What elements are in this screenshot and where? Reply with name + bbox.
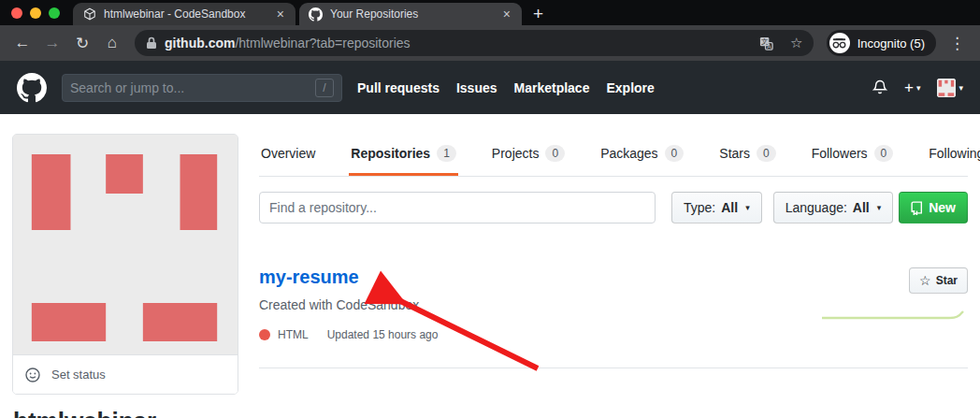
type-filter-label: Type: xyxy=(684,200,715,215)
notifications-bell-icon[interactable] xyxy=(872,79,887,95)
star-button[interactable]: ☆ Star xyxy=(909,267,968,294)
repository-link[interactable]: my-resume xyxy=(259,267,359,288)
github-logo-icon[interactable] xyxy=(17,73,47,103)
tab-label: Followers xyxy=(812,146,868,161)
language-dot-icon xyxy=(259,329,270,340)
set-status-button[interactable]: Set status xyxy=(13,354,238,394)
repository-activity-sparkline xyxy=(822,308,968,321)
url-text[interactable]: github.com/htmlwebinar?tab=repositories xyxy=(165,36,748,50)
forward-icon[interactable]: → xyxy=(39,30,65,56)
github-search-box[interactable]: / xyxy=(62,74,342,102)
caret-down-icon: ▾ xyxy=(958,83,963,93)
bookmark-star-icon[interactable]: ☆ xyxy=(785,32,808,54)
count-badge: 0 xyxy=(665,145,685,162)
tab-your-repositories[interactable]: Your Repositories × xyxy=(299,3,522,25)
tab-label: Packages xyxy=(600,146,657,161)
tab-label: Stars xyxy=(719,146,750,161)
profile-username: htmlwebinar xyxy=(13,407,238,418)
count-badge: 0 xyxy=(874,145,894,162)
tab-title: htmlwebinar - CodeSandbox xyxy=(104,7,267,21)
avatar-card: Set status xyxy=(12,134,238,395)
new-tab-button[interactable]: + xyxy=(522,3,555,25)
tab-followers[interactable]: Followers 0 xyxy=(810,135,896,176)
window-controls xyxy=(0,0,73,25)
github-header-right: +▾ ▾ xyxy=(872,79,963,97)
count-badge: 0 xyxy=(545,145,565,162)
browser-toolbar: ← → ↻ ⌂ github.com/htmlwebinar?tab=repos… xyxy=(0,25,980,61)
github-nav: Pull requests Issues Marketplace Explore xyxy=(357,80,655,95)
tab-close-icon[interactable]: × xyxy=(501,7,512,21)
star-label: Star xyxy=(936,274,958,287)
incognito-label: Incognito (5) xyxy=(858,36,925,50)
search-shortcut-badge: / xyxy=(315,79,334,97)
repository-list-item: my-resume Created with CodeSandbox HTML … xyxy=(259,267,968,368)
tab-projects[interactable]: Projects 0 xyxy=(490,135,567,176)
profile-avatar-identicon[interactable] xyxy=(13,135,238,354)
caret-down-icon: ▾ xyxy=(745,203,750,212)
new-repository-button[interactable]: New xyxy=(899,192,968,223)
count-badge: 0 xyxy=(757,145,776,162)
set-status-label: Set status xyxy=(51,368,106,382)
translate-icon[interactable]: 文A xyxy=(756,32,778,54)
nav-issues[interactable]: Issues xyxy=(456,80,497,95)
tab-codesandbox[interactable]: htmlwebinar - CodeSandbox × xyxy=(73,3,295,25)
window-minimize-button[interactable] xyxy=(30,7,41,19)
nav-explore[interactable]: Explore xyxy=(606,80,654,95)
lock-icon xyxy=(146,36,157,50)
address-bar[interactable]: github.com/htmlwebinar?tab=repositories … xyxy=(135,30,814,56)
reload-icon[interactable]: ↻ xyxy=(69,30,95,56)
window-zoom-button[interactable] xyxy=(49,7,60,19)
repository-updated: Updated 15 hours ago xyxy=(327,328,439,341)
tab-overview[interactable]: Overview xyxy=(259,135,317,176)
count-badge: 1 xyxy=(437,145,456,162)
browser-menu-icon[interactable]: ⋮ xyxy=(944,34,971,53)
back-icon[interactable]: ← xyxy=(9,30,36,56)
tab-label: Repositories xyxy=(351,146,430,161)
tab-label: Following xyxy=(929,146,980,161)
home-icon[interactable]: ⌂ xyxy=(99,30,125,56)
caret-down-icon: ▾ xyxy=(877,203,882,212)
type-filter-value: All xyxy=(721,200,738,215)
repository-language: HTML xyxy=(278,328,309,341)
repository-filter-row: Type: All ▾ Language: All ▾ New xyxy=(259,192,968,223)
find-repository-input[interactable] xyxy=(259,192,656,223)
incognito-badge: Incognito (5) xyxy=(827,30,936,56)
language-filter-label: Language: xyxy=(785,200,847,215)
language-filter-value: All xyxy=(853,200,870,215)
github-profile-page: Set status htmlwebinar Overview Reposito… xyxy=(0,114,980,418)
avatar xyxy=(937,79,956,97)
tab-stars[interactable]: Stars 0 xyxy=(717,135,777,176)
star-icon: ☆ xyxy=(919,273,931,288)
create-new-dropdown[interactable]: +▾ xyxy=(904,79,920,97)
tab-label: Overview xyxy=(261,146,315,161)
window-close-button[interactable] xyxy=(11,7,22,19)
svg-text:A: A xyxy=(767,42,771,49)
profile-main: Overview Repositories 1 Projects 0 Packa… xyxy=(259,114,968,368)
type-filter-button[interactable]: Type: All ▾ xyxy=(671,192,762,223)
nav-pull-requests[interactable]: Pull requests xyxy=(357,80,440,95)
tab-following[interactable]: Following 0 xyxy=(927,135,980,176)
repo-icon xyxy=(911,201,923,215)
browser-tab-strip: htmlwebinar - CodeSandbox × Your Reposit… xyxy=(0,0,980,25)
repository-meta: HTML Updated 15 hours ago xyxy=(259,328,968,341)
profile-sidebar: Set status htmlwebinar xyxy=(12,134,238,418)
profile-tab-nav: Overview Repositories 1 Projects 0 Packa… xyxy=(259,135,968,177)
language-filter-button[interactable]: Language: All ▾ xyxy=(773,192,894,223)
tab-label: Projects xyxy=(492,146,540,161)
tab-title: Your Repositories xyxy=(330,7,494,21)
tab-packages[interactable]: Packages 0 xyxy=(598,135,685,176)
codesandbox-icon xyxy=(82,7,96,22)
tab-repositories[interactable]: Repositories 1 xyxy=(349,135,458,176)
github-header: / Pull requests Issues Marketplace Explo… xyxy=(0,61,980,114)
user-avatar-dropdown[interactable]: ▾ xyxy=(937,79,963,97)
smiley-icon xyxy=(25,368,40,382)
tab-close-icon[interactable]: × xyxy=(275,7,286,21)
url-path: /htmlwebinar?tab=repositories xyxy=(235,36,410,50)
nav-marketplace[interactable]: Marketplace xyxy=(514,80,590,95)
incognito-icon xyxy=(829,33,850,53)
url-host: github.com xyxy=(165,36,235,50)
github-favicon-icon xyxy=(309,7,323,22)
github-search-input[interactable] xyxy=(70,80,315,95)
new-repository-label: New xyxy=(929,200,956,215)
plus-icon: + xyxy=(904,79,914,97)
